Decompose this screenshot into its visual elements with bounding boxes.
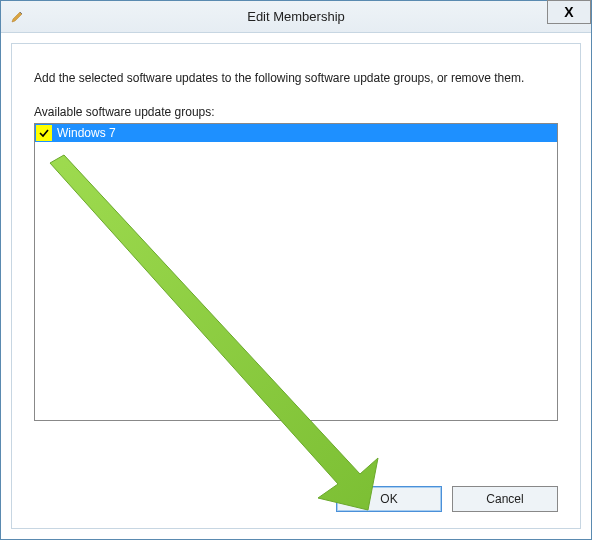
list-item-label: Windows 7 [55,126,555,140]
pencil-icon [9,9,25,25]
checkbox[interactable] [37,126,51,140]
dialog-content: Add the selected software updates to the… [11,43,581,472]
dialog-window: Edit Membership X Add the selected softw… [0,0,592,540]
close-icon: X [564,4,573,20]
ok-button-label: OK [380,492,397,506]
ok-button[interactable]: OK [336,486,442,512]
cancel-button[interactable]: Cancel [452,486,558,512]
list-item[interactable]: Windows 7 [35,124,557,142]
update-groups-listbox[interactable]: Windows 7 [34,123,558,421]
dialog-title: Edit Membership [1,9,591,24]
checkmark-icon [39,128,49,138]
list-label: Available software update groups: [34,105,558,119]
description-text: Add the selected software updates to the… [34,70,558,87]
button-row: OK Cancel [11,472,581,529]
close-button[interactable]: X [547,0,591,24]
cancel-button-label: Cancel [486,492,523,506]
titlebar: Edit Membership X [1,1,591,33]
